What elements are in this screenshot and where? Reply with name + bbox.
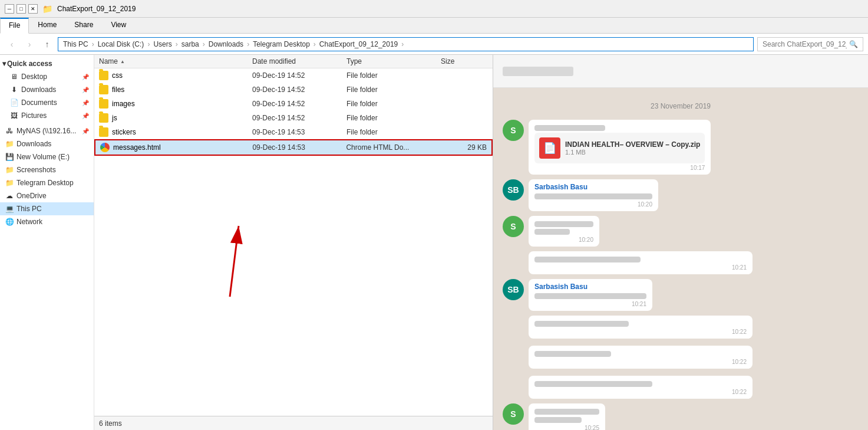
chrome-icon	[100, 143, 110, 152]
tab-share[interactable]: Share	[65, 18, 102, 33]
attachment-name: INDIAN HEALTH– OVERVIEW – Copy.zip	[565, 140, 700, 149]
breadcrumb-thispc[interactable]: This PC	[63, 40, 88, 48]
drive-icon: 💾	[5, 152, 14, 162]
sep4: ›	[203, 40, 205, 48]
table-row-messages[interactable]: messages.html 09-Dec-19 14:53 Chrome HTM…	[94, 139, 493, 156]
message-bubble-7: 10:22	[529, 346, 753, 369]
up-button[interactable]: ↑	[40, 37, 54, 51]
pc-icon: 💻	[5, 204, 14, 214]
minimize-icon[interactable]: ─	[5, 4, 14, 14]
address-bar: ‹ › ↑ This PC › Local Disk (C:) › Users …	[0, 34, 868, 55]
msg-blur4	[534, 257, 641, 262]
sidebar-section-quickaccess: ▾ Quick access 🖥 Desktop 📌 ⬇ Downloads 📌…	[0, 57, 94, 122]
breadcrumb-chatexport[interactable]: ChatExport_09_12_2019	[319, 40, 398, 48]
chat-header	[493, 55, 868, 88]
date-separator: 23 November 2019	[503, 102, 859, 110]
msg-blur7	[534, 351, 611, 357]
window-title: ChatExport_09_12_2019	[57, 5, 136, 13]
folder-icon-stickers	[99, 127, 108, 137]
file-area: Name ▲ Date modified Type Size	[94, 55, 493, 416]
col-date-header[interactable]: Date modified	[252, 57, 346, 65]
tab-view[interactable]: View	[102, 18, 135, 33]
quick-access-label: Quick access	[7, 60, 52, 68]
search-box[interactable]: 🔍	[757, 37, 863, 51]
msg-blur9a	[534, 409, 599, 415]
message-bubble-2: Sarbasish Basu 10:20	[529, 179, 658, 211]
sep6: ›	[313, 40, 316, 48]
quick-access-items: 🖥 Desktop 📌 ⬇ Downloads 📌 📄 Documents 📌 …	[0, 70, 94, 122]
message-continuation-7: 10:22	[503, 346, 859, 369]
file-name-files: files	[99, 85, 252, 94]
restore-icon[interactable]: □	[16, 4, 26, 14]
col-type-header[interactable]: Type	[346, 57, 441, 65]
chat-header-blur	[503, 67, 573, 76]
sender-name-sb2: Sarbasish Basu	[534, 183, 652, 191]
table-row[interactable]: js 09-Dec-19 14:52 File folder	[94, 111, 493, 125]
msg-blur2	[534, 193, 652, 199]
col-name-header[interactable]: Name ▲	[99, 57, 252, 65]
address-input[interactable]: This PC › Local Disk (C:) › Users › sarb…	[58, 37, 754, 51]
sidebar-item-downloads-pinned[interactable]: ⬇ Downloads 📌	[5, 83, 94, 96]
sep3: ›	[176, 40, 178, 48]
folder-icon-images	[99, 99, 108, 109]
sidebar-item-network[interactable]: 🌐 Network	[0, 215, 94, 228]
message-bubble-4: 10:21	[529, 251, 753, 274]
folder-icon-dl: 📁	[5, 139, 14, 149]
file-name-js: js	[99, 113, 252, 123]
message-continuation-8: 10:22	[503, 376, 859, 399]
close-icon[interactable]: ✕	[28, 4, 38, 14]
back-button[interactable]: ‹	[5, 37, 19, 51]
message-bubble-3: 10:20	[529, 216, 599, 247]
window-controls[interactable]: ─ □ ✕	[5, 4, 38, 14]
avatar-sb5: SB	[503, 279, 524, 300]
forward-button[interactable]: ›	[22, 37, 37, 51]
breadcrumb-c[interactable]: Local Disk (C:)	[98, 40, 144, 48]
table-row[interactable]: files 09-Dec-19 14:52 File folder	[94, 83, 493, 97]
sidebar-item-documents[interactable]: 📄 Documents 📌	[5, 96, 94, 109]
center-panel: Name ▲ Date modified Type Size	[94, 55, 493, 430]
tab-home[interactable]: Home	[29, 18, 65, 33]
folder-icon-js	[99, 113, 108, 123]
table-row[interactable]: css 09-Dec-19 14:52 File folder	[94, 68, 493, 83]
quick-access-header[interactable]: ▾ Quick access	[0, 57, 94, 70]
table-row[interactable]: stickers 09-Dec-19 14:53 File folder	[94, 125, 493, 139]
sidebar-item-telegram[interactable]: 📁 Telegram Desktop	[0, 176, 94, 189]
msg-blur5	[534, 293, 646, 299]
sidebar-item-desktop[interactable]: 🖥 Desktop 📌	[5, 70, 94, 83]
msg-time-3: 10:20	[534, 237, 593, 243]
attachment-size: 1.1 MB	[565, 149, 700, 156]
chat-body[interactable]: 23 November 2019 S 📄 INDIAN HEALTH– OVER…	[493, 88, 868, 430]
breadcrumb-telegram[interactable]: Telegram Desktop	[253, 40, 310, 48]
file-attachment[interactable]: 📄 INDIAN HEALTH– OVERVIEW – Copy.zip 1.1…	[534, 133, 705, 163]
sidebar-item-downloads2[interactable]: 📁 Downloads	[0, 137, 94, 150]
tab-file[interactable]: File	[0, 18, 29, 34]
sidebar-item-newvolume[interactable]: 💾 New Volume (E:)	[0, 150, 94, 163]
table-row[interactable]: images 09-Dec-19 14:52 File folder	[94, 97, 493, 111]
msg-blur	[534, 125, 605, 131]
chat-panel: 23 November 2019 S 📄 INDIAN HEALTH– OVER…	[493, 55, 868, 430]
sep1: ›	[92, 40, 94, 48]
breadcrumb-users[interactable]: Users	[153, 40, 171, 48]
onedrive-icon: ☁	[5, 191, 14, 201]
message-group-1: S 📄 INDIAN HEALTH– OVERVIEW – Copy.zip 1…	[503, 120, 859, 175]
breadcrumb-sarba[interactable]: sarba	[181, 40, 199, 48]
sidebar-item-mynas[interactable]: 🖧 MyNAS (\\192.16... 📌	[0, 124, 94, 137]
msg-blur8	[534, 381, 652, 387]
sort-icon: ▲	[120, 59, 125, 64]
title-bar: ─ □ ✕ 📁 ChatExport_09_12_2019	[0, 0, 868, 18]
msg-blur3b	[534, 229, 570, 235]
pin-icon2: 📌	[82, 87, 89, 93]
desktop-icon: 🖥	[9, 72, 19, 81]
sidebar-item-screenshots[interactable]: 📁 Screenshots	[0, 163, 94, 176]
msg-time-4: 10:21	[534, 264, 747, 271]
message-continuation-4: 10:21	[503, 251, 859, 274]
sidebar-item-onedrive[interactable]: ☁ OneDrive	[0, 189, 94, 202]
sidebar-item-pictures[interactable]: 🖼 Pictures 📌	[5, 109, 94, 122]
breadcrumb-downloads[interactable]: Downloads	[209, 40, 243, 48]
msg-time-7: 10:22	[534, 359, 747, 365]
col-size-header[interactable]: Size	[441, 57, 488, 65]
file-name-messages: messages.html	[100, 143, 252, 152]
sidebar-item-thispc[interactable]: 💻 This PC	[0, 202, 94, 215]
avatar-s1: S	[503, 120, 524, 141]
search-input[interactable]	[763, 40, 847, 48]
